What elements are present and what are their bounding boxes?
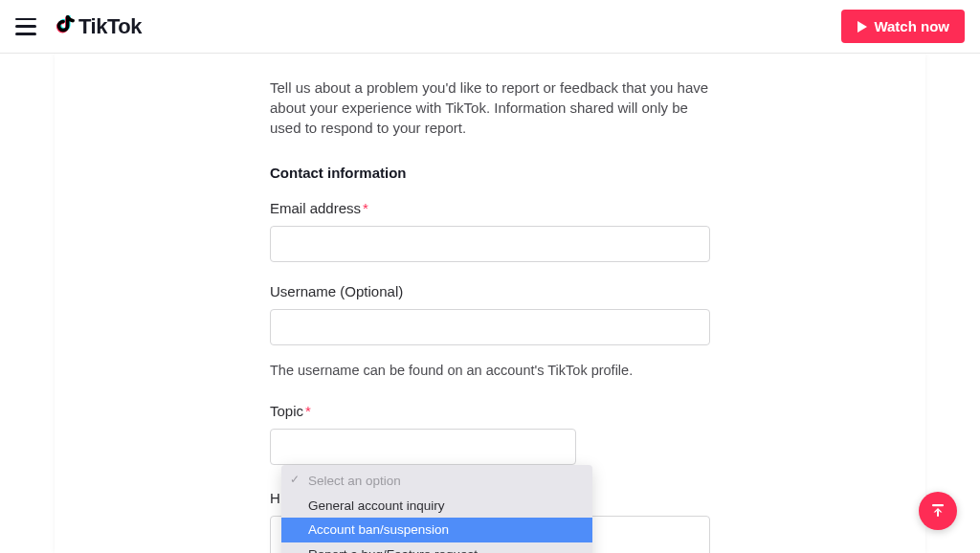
topic-field-block: Topic* Select an option General account … (270, 403, 710, 465)
required-asterisk: * (305, 403, 311, 419)
intro-text: Tell us about a problem you'd like to re… (270, 77, 710, 138)
page-body: Tell us about a problem you'd like to re… (0, 54, 980, 553)
dropdown-option-bug[interactable]: Report a bug/Feature request (281, 542, 592, 553)
contact-heading: Contact information (270, 165, 710, 181)
username-help: The username can be found on an account'… (270, 363, 710, 378)
dropdown-placeholder[interactable]: Select an option (281, 469, 592, 494)
svg-rect-0 (932, 504, 944, 506)
topic-dropdown: Select an option General account inquiry… (281, 465, 592, 553)
watch-now-label: Watch now (874, 18, 949, 34)
brand-logo[interactable]: TikTok (54, 14, 142, 39)
topic-label-text: Topic (270, 403, 303, 419)
required-asterisk: * (363, 200, 368, 216)
username-label: Username (Optional) (270, 283, 710, 299)
play-icon (857, 20, 868, 33)
email-label: Email address* (270, 200, 710, 216)
topic-label: Topic* (270, 403, 710, 419)
dropdown-option-ban[interactable]: Account ban/suspension (281, 518, 592, 542)
svg-rect-1 (937, 510, 939, 517)
brand-name: TikTok (78, 14, 142, 39)
email-field-block: Email address* (270, 200, 710, 262)
menu-icon[interactable] (15, 18, 36, 35)
username-field-block: Username (Optional) (270, 283, 710, 345)
form-card: Tell us about a problem you'd like to re… (55, 54, 925, 553)
music-note-icon (54, 15, 75, 38)
dropdown-option-general[interactable]: General account inquiry (281, 494, 592, 519)
username-input[interactable] (270, 309, 710, 345)
app-header: TikTok Watch now (0, 0, 980, 54)
topic-select-wrap: Select an option General account inquiry… (270, 429, 710, 465)
topic-select[interactable] (270, 429, 576, 465)
form-content: Tell us about a problem you'd like to re… (270, 77, 710, 553)
email-label-text: Email address (270, 200, 361, 216)
scroll-top-button[interactable] (919, 492, 957, 530)
watch-now-button[interactable]: Watch now (841, 10, 965, 43)
header-left: TikTok (15, 14, 142, 39)
arrow-up-icon (929, 502, 947, 520)
email-input[interactable] (270, 226, 710, 262)
